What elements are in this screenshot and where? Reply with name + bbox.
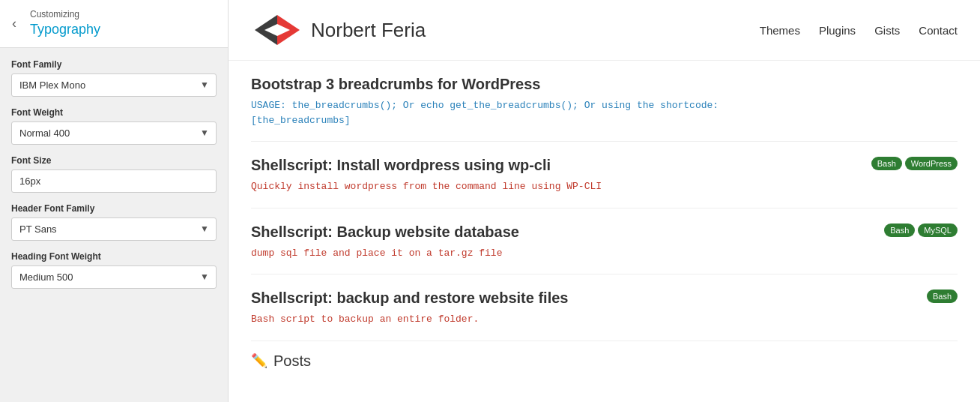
post-tags: Bash bbox=[927, 290, 958, 303]
header-font-family-group: Header Font Family PT Sans Arial Georgia… bbox=[11, 203, 217, 241]
heading-font-weight-select[interactable]: Light 300 Normal 400 Medium 500 Bold 700 bbox=[11, 266, 217, 289]
tag-bash: Bash bbox=[871, 157, 902, 170]
site-nav: Themes Plugins Gists Contact bbox=[760, 24, 958, 37]
customizer-panel: ‹ Customizing Typography Font Family IBM… bbox=[0, 0, 229, 402]
tag-mysql: MySQL bbox=[918, 224, 958, 237]
font-family-label: Font Family bbox=[11, 59, 217, 70]
site-logo-area: Norbert Feria bbox=[251, 8, 426, 52]
posts-icon: ✏️ bbox=[251, 352, 267, 369]
font-size-label: Font Size bbox=[11, 155, 217, 166]
font-weight-label: Font Weight bbox=[11, 107, 217, 118]
site-title: Norbert Feria bbox=[311, 19, 426, 42]
header-font-family-select-wrapper: PT Sans Arial Georgia Roboto ▼ bbox=[11, 218, 217, 241]
post-title: Shellscript: Install wordpress using wp-… bbox=[251, 155, 551, 175]
post-title: Shellscript: backup and restore website … bbox=[251, 288, 568, 308]
post-header: Shellscript: Backup website database Bas… bbox=[251, 222, 958, 242]
header-font-family-label: Header Font Family bbox=[11, 203, 217, 214]
heading-font-weight-select-wrapper: Light 300 Normal 400 Medium 500 Bold 700… bbox=[11, 266, 217, 289]
heading-font-weight-label: Heading Font Weight bbox=[11, 251, 217, 262]
site-preview: Norbert Feria Themes Plugins Gists Conta… bbox=[229, 0, 980, 402]
post-tags: Bash WordPress bbox=[871, 157, 958, 170]
back-button[interactable]: ‹ bbox=[7, 13, 21, 34]
post-item: Shellscript: Backup website database Bas… bbox=[251, 208, 958, 275]
font-family-select-wrapper: IBM Plex Mono Arial Georgia Roboto ▼ bbox=[11, 74, 217, 97]
svg-marker-0 bbox=[255, 15, 277, 45]
font-size-group: Font Size bbox=[11, 155, 217, 193]
nav-themes[interactable]: Themes bbox=[760, 24, 800, 37]
nav-contact[interactable]: Contact bbox=[919, 24, 958, 37]
post-title: Shellscript: Backup website database bbox=[251, 222, 519, 242]
nav-gists[interactable]: Gists bbox=[874, 24, 900, 37]
customizing-label: Customizing bbox=[30, 9, 217, 21]
post-item: Shellscript: Install wordpress using wp-… bbox=[251, 142, 958, 208]
post-item: Shellscript: backup and restore website … bbox=[251, 274, 958, 341]
post-description: Bash script to backup an entire folder. bbox=[251, 312, 958, 327]
post-title: Bootstrap 3 breadcrumbs for WordPress bbox=[251, 74, 540, 94]
post-tags: Bash MySQL bbox=[884, 224, 958, 237]
post-header: Shellscript: Install wordpress using wp-… bbox=[251, 155, 958, 175]
font-weight-select-wrapper: Normal 400 Light 300 Medium 500 Bold 700… bbox=[11, 122, 217, 145]
section-heading: ✏️ Posts bbox=[251, 341, 958, 374]
tag-bash: Bash bbox=[927, 290, 958, 303]
tag-wordpress: WordPress bbox=[905, 157, 958, 170]
heading-font-weight-group: Heading Font Weight Light 300 Normal 400… bbox=[11, 251, 217, 289]
svg-marker-1 bbox=[277, 15, 300, 45]
post-description: USAGE: the_breadcrumbs(); Or echo get_th… bbox=[251, 98, 958, 128]
post-header: Shellscript: backup and restore website … bbox=[251, 288, 958, 308]
post-description: Quickly install wordpress from the comma… bbox=[251, 179, 958, 194]
section-heading-text: Posts bbox=[273, 352, 311, 370]
font-family-group: Font Family IBM Plex Mono Arial Georgia … bbox=[11, 59, 217, 97]
font-size-input[interactable] bbox=[11, 170, 217, 193]
tag-bash: Bash bbox=[884, 224, 915, 237]
header-font-family-select[interactable]: PT Sans Arial Georgia Roboto bbox=[11, 218, 217, 241]
post-item: Bootstrap 3 breadcrumbs for WordPress US… bbox=[251, 61, 958, 142]
nav-plugins[interactable]: Plugins bbox=[819, 24, 856, 37]
content-area: Bootstrap 3 breadcrumbs for WordPress US… bbox=[229, 61, 980, 374]
site-header: Norbert Feria Themes Plugins Gists Conta… bbox=[229, 0, 980, 61]
post-description: dump sql file and place it on a tar.gz f… bbox=[251, 246, 958, 261]
site-logo-icon bbox=[251, 8, 303, 52]
post-header: Bootstrap 3 breadcrumbs for WordPress bbox=[251, 74, 958, 94]
panel-header: ‹ Customizing Typography bbox=[0, 0, 228, 48]
panel-body: Font Family IBM Plex Mono Arial Georgia … bbox=[0, 48, 228, 300]
font-weight-select[interactable]: Normal 400 Light 300 Medium 500 Bold 700 bbox=[11, 122, 217, 145]
font-family-select[interactable]: IBM Plex Mono Arial Georgia Roboto bbox=[11, 74, 217, 97]
font-weight-group: Font Weight Normal 400 Light 300 Medium … bbox=[11, 107, 217, 145]
typography-label: Typography bbox=[30, 21, 217, 38]
